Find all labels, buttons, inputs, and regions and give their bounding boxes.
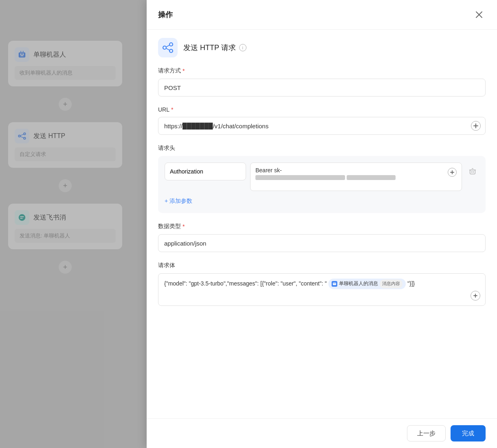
modal-overlay: 操作 发送 HTTP 请求 (0, 0, 497, 448)
url-label: URL * (158, 106, 486, 113)
request-body-section: 请求体 {"model": "gpt-3.5-turbo","messages"… (158, 262, 486, 306)
modal-footer: 上一步 完成 (147, 418, 497, 448)
header-row-1: Bearer sk- (165, 163, 479, 191)
svg-point-30 (335, 283, 336, 284)
data-type-section: 数据类型 * (158, 223, 486, 252)
url-section: URL * (158, 106, 486, 135)
info-icon-label: i (242, 45, 243, 50)
headers-section: 请求头 Bearer sk- (158, 145, 486, 213)
method-section: 请求方式 * (158, 67, 486, 97)
svg-rect-23 (470, 170, 475, 174)
header-delete-btn-1[interactable] (466, 165, 479, 178)
modal-title: 操作 (158, 10, 173, 20)
info-icon[interactable]: i (239, 44, 246, 51)
service-title-wrapper: 发送 HTTP 请求 i (183, 43, 246, 53)
url-required: * (171, 106, 173, 113)
method-required: * (183, 68, 185, 74)
method-input[interactable] (158, 79, 486, 97)
body-tag-label: 消息内容 (380, 279, 402, 288)
body-tag-icon (332, 281, 337, 287)
method-label: 请求方式 * (158, 67, 486, 75)
add-param-label: + 添加参数 (165, 198, 192, 205)
back-button[interactable]: 上一步 (407, 425, 446, 441)
url-input-wrapper (158, 117, 486, 135)
request-body-label: 请求体 (158, 262, 486, 269)
url-plus-button[interactable] (471, 121, 481, 131)
data-type-label: 数据类型 * (158, 223, 486, 230)
header-value-plus-btn[interactable] (448, 168, 457, 177)
modal-panel: 操作 发送 HTTP 请求 (147, 0, 497, 448)
headers-container: Bearer sk- (158, 156, 486, 213)
svg-line-18 (166, 48, 170, 51)
svg-point-15 (169, 43, 173, 46)
svg-point-29 (334, 283, 334, 284)
service-title-text: 发送 HTTP 请求 (183, 43, 236, 53)
bearer-text: Bearer sk- (255, 167, 444, 181)
service-header: 发送 HTTP 请求 i (147, 30, 497, 64)
modal-header: 操作 (147, 0, 497, 30)
header-key-input-1[interactable] (165, 163, 246, 180)
modal-body: 请求方式 * URL * (147, 64, 497, 418)
svg-point-16 (169, 49, 173, 53)
data-type-required: * (183, 223, 185, 230)
data-type-input[interactable] (158, 234, 486, 252)
headers-label: 请求头 (158, 145, 486, 152)
svg-point-14 (163, 46, 166, 49)
done-button[interactable]: 完成 (451, 425, 486, 441)
close-button[interactable] (473, 8, 486, 21)
svg-line-17 (166, 45, 170, 47)
header-value-content-1: Bearer sk- (250, 163, 462, 191)
svg-rect-28 (333, 283, 336, 285)
service-icon (158, 38, 178, 57)
request-body-input[interactable]: {"model": "gpt-3.5-turbo","messages": [{… (158, 273, 486, 306)
body-text-after: "}]} (407, 280, 415, 287)
body-tag-name: 单聊机器人的消息 (339, 279, 378, 288)
body-text-before: {"model": "gpt-3.5-turbo","messages": [{… (164, 280, 327, 287)
add-param-button[interactable]: + 添加参数 (165, 196, 479, 206)
url-input[interactable] (158, 117, 486, 135)
body-plus-button[interactable] (471, 291, 480, 301)
header-value-wrapper-1: Bearer sk- (250, 163, 462, 191)
body-tag: 单聊机器人的消息 消息内容 (328, 279, 406, 289)
